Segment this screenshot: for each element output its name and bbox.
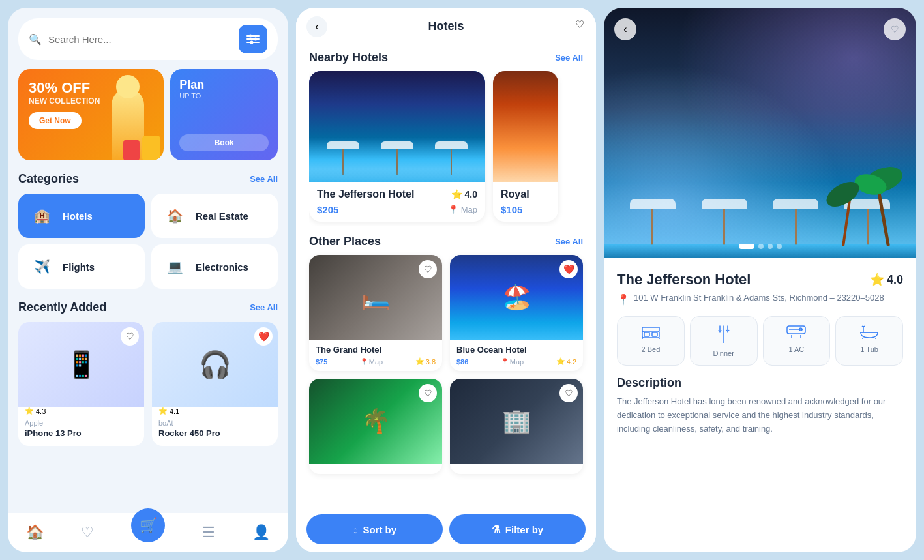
categories-header: Categories See All <box>18 172 278 186</box>
recently-grid: 📱 ♡ ⭐ 4.3 Apple iPhone 13 Pro 🎧 ❤️ ⭐ 4.1 <box>18 322 278 446</box>
carousel-dot-1[interactable] <box>739 244 754 249</box>
category-flights-label: Flights <box>63 261 95 273</box>
panel-home: 🔍 30% OFF NEW COLLECTION Get Now <box>8 8 288 552</box>
filter-action-button[interactable]: ⚗ Filter by <box>449 514 586 544</box>
category-real-estate-label: Real Estate <box>196 211 248 222</box>
ac-icon <box>769 325 825 343</box>
blue-ocean-star-icon: ⭐ <box>556 357 565 366</box>
hotels-header: ‹ Hotels <box>296 8 596 40</box>
jefferson-rating: ⭐ 4.0 <box>451 189 477 199</box>
headphones-name: Rocker 450 Pro <box>158 428 271 438</box>
other-grand-hotel: 🛏️ ♡ The Grand Hotel $75 📍 Map ⭐ 3.8 <box>309 255 442 371</box>
nearby-scroll: ♡ The Jefferson Hotel ⭐ 4.0 $205 📍 Map <box>309 71 583 226</box>
back-button[interactable]: ‹ <box>306 16 327 37</box>
address-pin-icon: 📍 <box>617 293 630 306</box>
product-card-headphones: 🎧 ❤️ ⭐ 4.1 boAt Rocker 450 Pro <box>152 322 278 446</box>
banner-section: 30% OFF NEW COLLECTION Get Now Plan UP T… <box>18 69 278 160</box>
categories-see-all[interactable]: See All <box>250 174 278 184</box>
blue-ocean-image: 🏖️ ❤️ <box>450 255 583 340</box>
ac-label: 1 AC <box>769 346 825 353</box>
plan-banner: Plan UP TO Book <box>170 69 278 160</box>
hotels-page-title: Hotels <box>428 20 464 33</box>
royal-price: $105 <box>501 204 522 215</box>
hotel-address-text: 101 W Franklin St Franklin & Adams Sts, … <box>634 292 884 304</box>
plan-title: Plan <box>179 78 269 92</box>
other-title: Other Places <box>309 235 381 248</box>
sort-button[interactable]: ↕ Sort by <box>306 514 443 544</box>
book-button[interactable]: Book <box>179 134 269 151</box>
jefferson-price-row: $205 📍 Map <box>317 204 477 215</box>
carousel-dot-2[interactable] <box>758 244 764 249</box>
hotel3-fav-button[interactable]: ♡ <box>419 384 437 402</box>
hotel3-info <box>309 464 442 474</box>
jefferson-hotel-image <box>309 71 485 182</box>
flights-icon: ✈️ <box>29 254 55 280</box>
recently-see-all[interactable]: See All <box>250 302 278 312</box>
dinner-icon <box>696 325 752 347</box>
nearby-hotel-jefferson: ♡ The Jefferson Hotel ⭐ 4.0 $205 📍 Map <box>309 71 485 222</box>
filter-button[interactable] <box>239 25 267 53</box>
product-card-iphone: 📱 ♡ ⭐ 4.3 Apple iPhone 13 Pro <box>18 322 144 446</box>
hotel3-image: 🌴 ♡ <box>309 379 442 464</box>
grand-fav-button[interactable]: ♡ <box>419 260 437 278</box>
panel-hotel-detail: ‹ ♡ The Jefferson Hotel ⭐ 4.0 📍 101 W Fr… <box>604 8 916 552</box>
nearby-header: Nearby Hotels See All <box>309 51 583 65</box>
category-electronics[interactable]: 💻 Electronics <box>151 244 278 289</box>
headphones-fav-button[interactable]: ❤️ <box>254 327 273 346</box>
hotels-body: Nearby Hotels See All <box>296 40 596 546</box>
nav-favorites-icon[interactable]: ♡ <box>81 524 94 541</box>
get-now-button[interactable]: Get Now <box>29 112 82 129</box>
nearby-title: Nearby Hotels <box>309 51 388 65</box>
blue-ocean-map-link[interactable]: 📍 Map <box>501 358 524 366</box>
carousel-dot-3[interactable] <box>768 244 773 249</box>
other-see-all[interactable]: See All <box>555 237 583 246</box>
hotel4-fav-button[interactable]: ♡ <box>559 384 578 402</box>
category-hotels[interactable]: 🏨 Hotels <box>18 194 145 238</box>
nearby-see-all[interactable]: See All <box>555 53 583 63</box>
search-icon: 🔍 <box>29 33 42 46</box>
svg-point-5 <box>250 41 254 44</box>
jefferson-star-icon: ⭐ <box>451 189 462 199</box>
svg-point-4 <box>254 38 258 41</box>
category-real-estate[interactable]: 🏠 Real Estate <box>151 194 278 238</box>
recently-title: Recently Added <box>18 301 106 314</box>
jefferson-price: $205 <box>317 204 338 215</box>
bottom-actions: ↕ Sort by ⚗ Filter by <box>296 507 596 552</box>
amenities-row: 2 Bed Dinner <box>617 316 903 366</box>
iphone-fav-button[interactable]: ♡ <box>121 327 139 346</box>
blue-ocean-fav-button[interactable]: ❤️ <box>559 260 578 278</box>
grand-rating: ⭐ 3.8 <box>415 357 436 366</box>
jefferson-map-link[interactable]: 📍 Map <box>448 205 477 214</box>
nav-profile-icon[interactable]: 👤 <box>252 524 270 541</box>
carousel-dot-4[interactable] <box>777 244 782 249</box>
description-title: Description <box>617 376 903 390</box>
hotels-icon: 🏨 <box>29 203 55 229</box>
electronics-icon: 💻 <box>162 254 188 280</box>
category-flights[interactable]: ✈️ Flights <box>18 244 145 289</box>
iphone-star-icon: ⭐ <box>25 407 34 415</box>
real-estate-icon: 🏠 <box>162 203 188 229</box>
hotel-detail-body: The Jefferson Hotel ⭐ 4.0 📍 101 W Frankl… <box>604 258 916 552</box>
grand-map-link[interactable]: 📍 Map <box>360 358 383 366</box>
search-input[interactable] <box>48 34 227 45</box>
iphone-name: iPhone 13 Pro <box>25 428 138 438</box>
nav-menu-icon[interactable]: ☰ <box>202 524 215 541</box>
nearby-hotel-royal: Royal $105 <box>493 71 558 222</box>
hero-fav-button[interactable]: ♡ <box>884 18 906 40</box>
royal-name: Royal <box>501 188 529 200</box>
recently-added-section: Recently Added See All 📱 ♡ ⭐ 4.3 Apple i… <box>18 301 278 446</box>
discount-banner: 30% OFF NEW COLLECTION Get Now <box>18 69 164 160</box>
map-pin-icon: 📍 <box>448 205 458 214</box>
hero-back-button[interactable]: ‹ <box>614 18 636 40</box>
cart-fab-button[interactable]: 🛒 <box>131 508 165 542</box>
jefferson-info: The Jefferson Hotel ⭐ 4.0 $205 📍 Map <box>309 182 485 222</box>
blue-ocean-map-icon: 📍 <box>501 358 509 365</box>
other-blue-ocean-hotel: 🏖️ ❤️ Blue Ocean Hotel $86 📍 Map ⭐ 4.2 <box>450 255 583 371</box>
hotel-address: 📍 101 W Franklin St Franklin & Adams Sts… <box>617 292 903 306</box>
other-hotel-4: 🏢 ♡ <box>450 379 583 474</box>
blue-ocean-name: Blue Ocean Hotel <box>456 345 576 355</box>
hotel4-image: 🏢 ♡ <box>450 379 583 464</box>
tub-label: 1 Tub <box>841 346 897 353</box>
nav-home-icon[interactable]: 🏠 <box>26 524 44 541</box>
grand-info: The Grand Hotel $75 📍 Map ⭐ 3.8 <box>309 340 442 371</box>
